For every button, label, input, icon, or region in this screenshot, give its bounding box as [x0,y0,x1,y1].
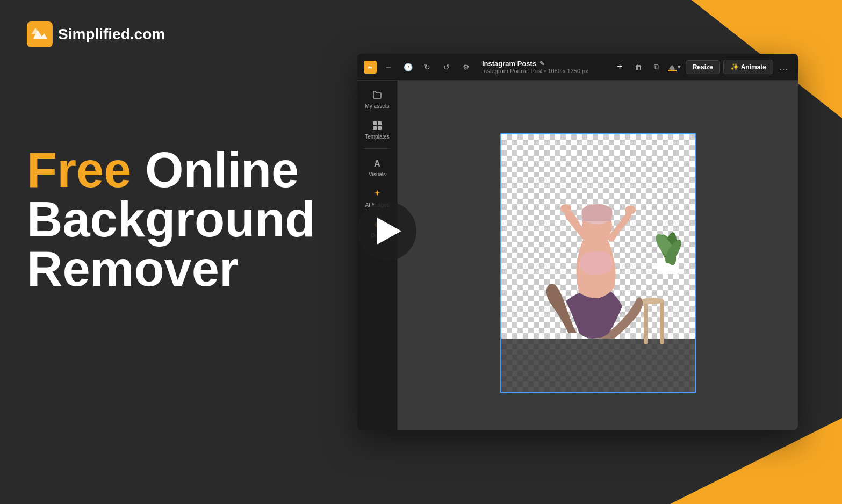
toolbar-actions: + 🗑 ⧉ ▼ Resize ✨ Animate … [613,60,791,75]
svg-rect-3 [378,121,382,125]
animate-label: Animate [741,63,766,71]
more-options-button[interactable]: … [776,60,791,75]
sidebar-item-templates[interactable]: Templates [358,116,396,144]
hero-line3: Remover [27,244,315,293]
canvas-image [501,134,695,392]
project-subtitle: Instagram Portrait Post • 1080 x 1350 px [482,68,608,74]
fill-color-button[interactable]: ▼ [667,60,682,75]
svg-point-19 [625,206,636,214]
hero-line1: Free Online [27,145,315,195]
play-icon [377,218,401,244]
svg-rect-4 [373,126,377,130]
svg-point-7 [377,192,378,193]
svg-rect-11 [660,301,664,344]
redo-button[interactable]: ↺ [439,60,454,75]
history-button[interactable]: 🕐 [400,60,415,75]
undo-button[interactable]: ↻ [420,60,435,75]
toolbar-title-area: Instagram Posts ✎ Instagram Portrait Pos… [482,60,608,74]
sidebar-item-visuals[interactable]: A Visuals [358,153,396,182]
templates-icon [371,120,383,132]
app-window: ← 🕐 ↻ ↺ ⚙ Instagram Posts ✎ Instagram Po… [357,54,798,430]
animate-button[interactable]: ✨ Animate [723,60,773,74]
svg-point-18 [560,204,571,213]
sidebar-divider [364,148,391,149]
templates-label: Templates [365,134,390,140]
svg-rect-2 [373,121,377,125]
delete-button[interactable]: 🗑 [631,60,646,75]
add-element-button[interactable]: + [613,60,628,75]
logo-area: Simplified.com [27,21,165,47]
toolbar-title-main: Instagram Posts ✎ [482,60,608,68]
app-toolbar: ← 🕐 ↻ ↺ ⚙ Instagram Posts ✎ Instagram Po… [357,54,798,81]
logo-icon [27,21,53,47]
project-title: Instagram Posts [482,60,536,68]
svg-point-12 [641,298,664,304]
canvas-content [501,134,695,392]
svg-rect-1 [668,70,677,71]
hero-online: Online [131,142,299,197]
back-button[interactable]: ← [381,60,396,75]
corner-decoration-bottom-right [670,418,842,504]
yoga-figure-svg [501,134,695,392]
sidebar-item-my-assets[interactable]: My assets [358,85,396,113]
my-assets-label: My assets [365,103,389,109]
resize-button[interactable]: Resize [686,60,720,74]
play-button[interactable] [357,201,416,261]
toolbar-logo[interactable] [364,61,377,74]
animate-icon: ✨ [730,63,739,71]
brand-name: Simplified.com [58,26,165,43]
duplicate-button[interactable]: ⧉ [649,60,664,75]
visuals-label: Visuals [369,171,386,177]
my-assets-icon [371,89,383,101]
settings-button[interactable]: ⚙ [458,60,473,75]
ai-images-icon [371,188,383,200]
edit-title-icon[interactable]: ✎ [539,60,544,67]
svg-rect-9 [501,339,695,392]
svg-rect-10 [644,301,648,344]
svg-text:A: A [374,159,380,168]
canvas-area[interactable] [398,81,798,430]
hero-section: Free Online Background Remover [27,145,315,293]
main-content-area: My assets Templates [357,81,798,430]
hero-line2: Background [27,195,315,244]
visuals-icon: A [371,157,383,169]
hero-free: Free [27,142,131,197]
svg-rect-5 [378,126,382,130]
